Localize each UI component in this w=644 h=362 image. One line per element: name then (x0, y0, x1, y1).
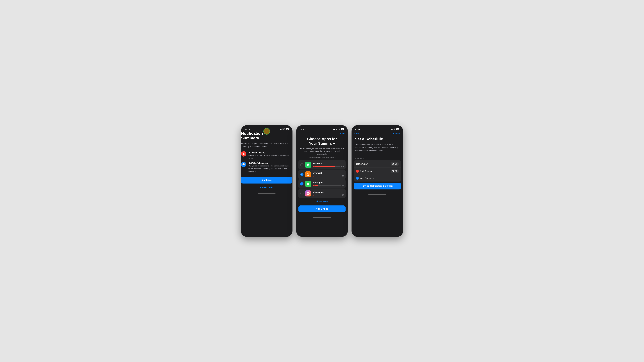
messages-bar-dot (313, 185, 314, 186)
turn-on-button[interactable]: Turn on Notification Summary (354, 183, 401, 189)
messages-count: 33 (342, 185, 344, 186)
important-text: Get What's Important Calls, direct messa… (248, 162, 292, 172)
nav-bar-3: ‹ Back Cancel (352, 131, 403, 137)
phone3-body: Set a Schedule Choose the times you'd li… (352, 137, 403, 152)
home-bar (258, 193, 276, 194)
messages-bar-track (314, 185, 341, 186)
phone3-content: ‹ Back Cancel Set a Schedule Choose the … (352, 131, 403, 191)
status-icons-1: ⌘ 87 (280, 128, 289, 130)
messages-icon (305, 181, 311, 187)
whatsapp-count: 205 (341, 166, 344, 167)
phone-3: 07:26 ⌘ 86 ‹ Back Cancel Set a Schedule … (352, 125, 403, 237)
bottom-area-2: Add 2 Apps (296, 204, 348, 214)
battery-2: 86 (341, 128, 344, 130)
overcast-bar-fill (314, 176, 319, 176)
add-summary-icon: + (356, 177, 359, 180)
signal-icon-2 (333, 128, 336, 130)
wifi-icon-2: ⌘ (338, 128, 340, 130)
schedule-title: Schedule Delivery (248, 151, 292, 153)
schedule-list: 1st Summary 08:00 − 2nd Summary 18:00 + … (354, 160, 401, 182)
summary-1-label: 1st Summary (356, 163, 389, 165)
overcast-checkbox[interactable] (300, 173, 304, 176)
summary-1-time[interactable]: 08:00 (391, 162, 399, 166)
phone3-subtitle: Choose the times you'd like to receive y… (355, 143, 400, 152)
home-indicator-2 (296, 214, 348, 219)
back-button[interactable]: ‹ Back (354, 132, 361, 135)
important-title: Get What's Important (248, 162, 292, 164)
overcast-info: Overcast 46 (313, 172, 344, 177)
ordered-label: Ordered by weekly notification average* (296, 157, 348, 158)
setup-later-button[interactable]: Set Up Later (241, 185, 292, 190)
cancel-button-3[interactable]: Cancel (393, 132, 400, 135)
whatsapp-icon (305, 162, 311, 168)
app-list: WhatsApp 205 (296, 160, 348, 198)
phone-2: 07:26 ► ⌘ 86 Cancel Choose Apps for Your… (296, 125, 348, 237)
battery-1: 87 (286, 128, 289, 130)
add-summary-label: Add Summary (360, 177, 399, 179)
feature-list: ⏰ Schedule Delivery Choose when you'd li… (241, 151, 292, 172)
whatsapp-bar-track (314, 166, 340, 167)
messenger-bar-fill (314, 195, 318, 195)
overcast-icon (305, 171, 311, 177)
phone1-subtitle: Bundle non-urgent notifications and rece… (241, 142, 292, 148)
add-apps-button[interactable]: Add 2 Apps (298, 205, 346, 212)
location-icon: ► (336, 128, 338, 130)
home-bar-3 (368, 194, 386, 195)
phone2-content: Cancel Choose Apps for Your Summary Dire… (296, 131, 348, 214)
messenger-icon (305, 190, 311, 196)
time-3: 07:26 (355, 128, 360, 130)
home-indicator-1 (241, 190, 292, 195)
messages-name: Messages (313, 181, 344, 184)
wifi-icon: ⌘ (283, 128, 285, 130)
remove-summary-2-button[interactable]: − (356, 170, 359, 173)
schedule-icon: ⏰ (241, 151, 246, 157)
battery-3: 86 (396, 128, 399, 130)
messenger-checkbox[interactable] (300, 192, 304, 195)
messenger-bar-dot (313, 195, 314, 196)
home-bar-2 (313, 217, 331, 218)
phone3-title: Set a Schedule (355, 137, 400, 141)
time-2: 07:26 (300, 128, 305, 130)
avatar (264, 128, 270, 135)
summary-2-time[interactable]: 18:00 (391, 169, 399, 173)
whatsapp-bar-row: 205 (313, 166, 344, 167)
back-label: Back (356, 132, 361, 135)
add-summary-row[interactable]: + Add Summary (354, 175, 401, 182)
app-row-overcast[interactable]: Overcast 46 (298, 170, 346, 179)
schedule-desc: Choose when you'd like your notification… (248, 154, 292, 159)
whatsapp-checkbox[interactable] (300, 163, 304, 166)
overcast-bar-dot (313, 176, 314, 177)
summary-row-2[interactable]: − 2nd Summary 18:00 (354, 168, 401, 175)
show-more-button[interactable]: Show More (296, 198, 348, 204)
whatsapp-bar-fill (314, 166, 335, 167)
continue-button[interactable]: Continue (241, 177, 292, 184)
phone2-title: Choose Apps for Your Summary (296, 137, 348, 146)
schedule-text: Schedule Delivery Choose when you'd like… (248, 151, 292, 159)
phone1-content: Notification Summary Bundle non-urgent n… (241, 131, 292, 190)
status-bar-2: 07:26 ► ⌘ 86 (296, 125, 348, 131)
cancel-button-2[interactable]: Cancel (338, 132, 345, 135)
important-icon: 💬 (241, 162, 246, 167)
app-row-messenger[interactable]: Messenger 30 (298, 189, 346, 198)
app-row-whatsapp[interactable]: WhatsApp 205 (298, 160, 346, 169)
app-row-messages[interactable]: Messages 33 (298, 179, 346, 189)
messages-info: Messages 33 (313, 181, 344, 186)
back-chevron: ‹ (354, 132, 355, 135)
status-bar-3: 07:26 ⌘ 86 (352, 125, 403, 131)
messenger-bar-row: 30 (313, 194, 344, 196)
time-1: 07:23 (245, 128, 250, 130)
whatsapp-info: WhatsApp 205 (313, 162, 344, 167)
messages-checkbox[interactable] (300, 182, 304, 185)
wifi-icon-3: ⌘ (394, 128, 396, 130)
whatsapp-bar-dot (313, 166, 314, 167)
summary-row-1[interactable]: 1st Summary 08:00 (354, 160, 401, 168)
important-desc: Calls, direct messages and Time Sensitiv… (248, 165, 292, 172)
feature-schedule: ⏰ Schedule Delivery Choose when you'd li… (241, 151, 292, 159)
overcast-count: 46 (342, 175, 344, 177)
whatsapp-name: WhatsApp (313, 162, 344, 165)
nav-bar-2: Cancel (296, 131, 348, 137)
feature-important: 💬 Get What's Important Calls, direct mes… (241, 162, 292, 172)
status-icons-3: ⌘ 86 (391, 128, 400, 130)
phone-1: 07:23 ⌘ 87 Notification Summary Bundle n… (241, 125, 292, 237)
messenger-info: Messenger 30 (313, 191, 344, 196)
